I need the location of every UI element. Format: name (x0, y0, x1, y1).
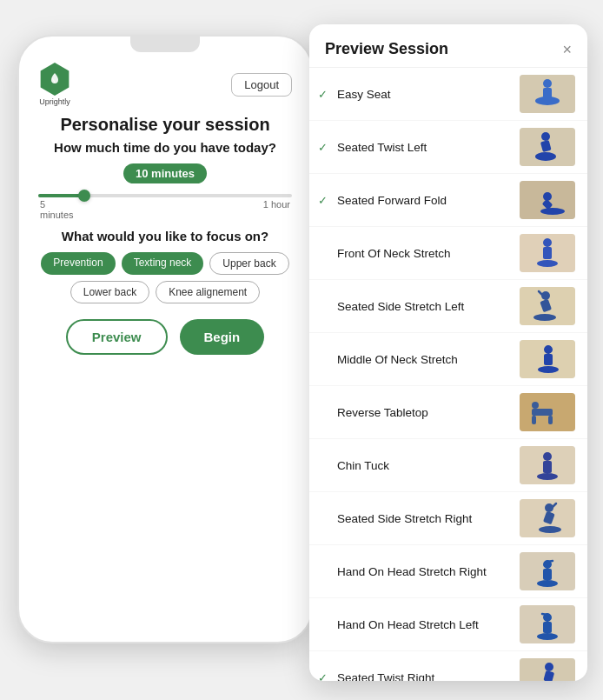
list-item-thumb (520, 287, 575, 325)
list-item: Chin Tuck (309, 439, 587, 492)
panel-title: Preview Session (325, 40, 448, 58)
list-item-name: Reverse Tabletop (337, 406, 513, 419)
phone-notch (130, 37, 200, 52)
list-item: Hand On Head Stretch Left (309, 598, 587, 651)
preview-button[interactable]: Preview (66, 319, 168, 355)
list-item-name: Easy Seat (337, 88, 513, 101)
svg-point-47 (537, 633, 558, 640)
panel-header: Preview Session × (309, 24, 587, 68)
phone-header: Uprightly Logout (38, 63, 292, 106)
list-item-check: ✓ (318, 671, 330, 682)
list-item-name: Hand On Head Stretch Right (337, 565, 513, 578)
begin-button[interactable]: Begin (180, 319, 265, 355)
list-item-check: ✓ (318, 88, 330, 101)
logo-area: Uprightly (38, 63, 71, 106)
tag-texting-neck[interactable]: Texting neck (122, 252, 204, 275)
tag-prevention[interactable]: Prevention (41, 252, 115, 275)
logout-button[interactable]: Logout (231, 73, 292, 97)
svg-rect-27 (532, 409, 553, 416)
svg-point-7 (535, 152, 556, 161)
svg-point-11 (540, 208, 565, 215)
slider-thumb (78, 190, 90, 202)
logo-icon (46, 70, 63, 88)
list-item-check: ✓ (318, 141, 330, 154)
list-item-name: Seated Side Stretch Right (337, 512, 513, 525)
phone-actions: Preview Begin (38, 319, 292, 355)
preview-panel: Preview Session × ✓Easy Seat✓Seated Twis… (309, 24, 587, 681)
slider-track[interactable] (38, 194, 292, 197)
list-item-name: Hand On Head Stretch Left (337, 618, 513, 631)
list-item: Seated Side Stretch Left (309, 280, 587, 333)
list-item: Middle Of Neck Stretch (309, 333, 587, 386)
logo-label: Uprightly (39, 97, 70, 106)
svg-line-48 (542, 614, 547, 615)
list-item-name: Chin Tuck (337, 459, 513, 472)
list-item: ✓Seated Twist Right (309, 651, 587, 681)
svg-point-37 (539, 526, 561, 533)
list-item-thumb (520, 128, 575, 166)
list-item-thumb (520, 499, 575, 537)
svg-point-42 (537, 580, 558, 587)
list-item: Hand On Head Stretch Right (309, 545, 587, 598)
list-item: ✓Seated Forward Fold (309, 174, 587, 227)
svg-point-50 (545, 663, 553, 671)
list-item: Reverse Tabletop (309, 386, 587, 439)
list-item: ✓Easy Seat (309, 68, 587, 121)
list-item-thumb (520, 552, 575, 590)
svg-rect-41 (543, 569, 552, 580)
list-item-thumb (520, 75, 575, 113)
list-item-thumb (520, 181, 575, 219)
focus-question: What would you like to focus on? (38, 229, 292, 243)
svg-point-15 (537, 260, 558, 267)
list-item-name: Seated Twist Left (337, 141, 513, 154)
logo-hex (38, 63, 71, 96)
list-item: ✓Seated Twist Left (309, 121, 587, 174)
list-item: Front Of Neck Stretch (309, 227, 587, 280)
slider-max-label: 1 hour (263, 199, 290, 220)
list-item-name: Middle Of Neck Stretch (337, 353, 513, 366)
tag-knee-alignement[interactable]: Knee alignement (156, 281, 260, 303)
svg-point-26 (532, 402, 539, 409)
slider-min-label: 5minutes (40, 199, 74, 220)
list-item-name: Seated Side Stretch Left (337, 300, 513, 313)
list-item-thumb (520, 340, 575, 378)
list-item-thumb (520, 605, 575, 643)
svg-point-1 (543, 79, 552, 88)
close-button[interactable]: × (562, 42, 572, 57)
list-item-thumb (520, 234, 575, 272)
tag-lower-back[interactable]: Lower back (70, 281, 149, 303)
list-item: Seated Side Stretch Right (309, 492, 587, 545)
phone-mockup: Uprightly Logout Personalise your sessio… (17, 35, 313, 643)
slider-labels: 5minutes 1 hour (38, 199, 292, 220)
svg-point-9 (543, 192, 552, 201)
svg-rect-14 (543, 247, 552, 259)
list-item-thumb (520, 393, 575, 431)
list-item-thumb (520, 658, 575, 681)
page-title: Personalise your session (38, 115, 292, 135)
svg-point-24 (538, 366, 559, 373)
svg-rect-46 (543, 622, 552, 633)
list-item-name: Seated Twist Right (337, 671, 513, 682)
svg-rect-28 (532, 416, 536, 424)
svg-rect-32 (543, 461, 552, 473)
list-item-name: Front Of Neck Stretch (337, 247, 513, 260)
list-item-name: Seated Forward Fold (337, 194, 513, 207)
svg-point-3 (535, 97, 560, 105)
tag-upper-back[interactable]: Upper back (209, 252, 288, 275)
panel-list[interactable]: ✓Easy Seat✓Seated Twist Left✓Seated Forw… (309, 68, 587, 681)
svg-point-19 (533, 314, 556, 321)
time-slider-row (38, 194, 292, 197)
svg-rect-23 (544, 354, 553, 365)
svg-rect-29 (548, 416, 553, 424)
list-item-thumb (520, 446, 575, 484)
svg-line-43 (547, 561, 553, 562)
time-question: How much time do you have today? (38, 140, 292, 155)
svg-point-5 (541, 132, 550, 141)
svg-point-33 (537, 473, 558, 480)
svg-point-31 (543, 452, 552, 461)
list-item-check: ✓ (318, 194, 330, 207)
time-badge: 10 minutes (123, 163, 207, 183)
tags-area: Prevention Texting neck Upper back Lower… (38, 252, 292, 303)
